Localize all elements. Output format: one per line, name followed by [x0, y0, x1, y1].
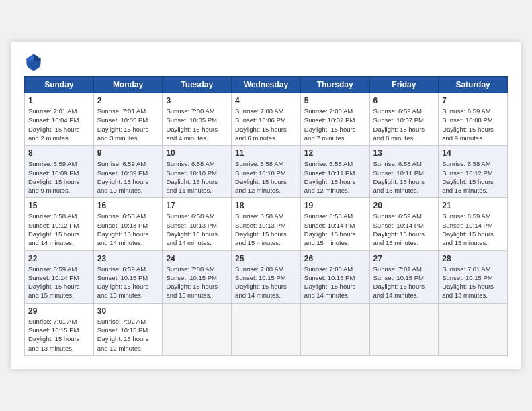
day-number: 23 — [97, 254, 159, 263]
day-number: 10 — [166, 148, 228, 158]
calendar-cell: 12Sunrise: 6:58 AMSunset: 10:11 PMDaylig… — [300, 146, 369, 198]
logo-icon — [24, 52, 43, 71]
col-monday: Monday — [93, 77, 163, 93]
col-sunday: Sunday — [25, 77, 94, 93]
day-number: 30 — [97, 306, 159, 316]
calendar-cell: 17Sunrise: 6:58 AMSunset: 10:13 PMDaylig… — [163, 198, 232, 250]
calendar-cell: 18Sunrise: 6:58 AMSunset: 10:13 PMDaylig… — [232, 198, 301, 250]
calendar-cell: 7Sunrise: 6:59 AMSunset: 10:08 PMDayligh… — [439, 93, 508, 146]
calendar-cell — [232, 303, 301, 355]
calendar-cell: 29Sunrise: 7:01 AMSunset: 10:15 PMDaylig… — [25, 303, 94, 355]
day-info: Sunrise: 6:59 AMSunset: 10:15 PMDaylight… — [97, 265, 159, 300]
col-friday: Friday — [369, 77, 439, 93]
day-info: Sunrise: 6:59 AMSunset: 10:09 PMDaylight… — [97, 159, 159, 195]
day-number: 19 — [304, 201, 366, 210]
day-info: Sunrise: 7:01 AMSunset: 10:05 PMDaylight… — [97, 107, 159, 142]
calendar-cell: 25Sunrise: 7:00 AMSunset: 10:15 PMDaylig… — [232, 250, 301, 303]
day-info: Sunrise: 6:58 AMSunset: 10:14 PMDaylight… — [304, 212, 366, 247]
day-info: Sunrise: 7:01 AMSunset: 10:15 PMDaylight… — [442, 265, 504, 300]
day-info: Sunrise: 6:58 AMSunset: 10:11 PMDaylight… — [304, 159, 366, 195]
day-info: Sunrise: 7:01 AMSunset: 10:15 PMDaylight… — [373, 265, 435, 300]
day-number: 2 — [97, 96, 159, 105]
col-thursday: Thursday — [300, 77, 369, 93]
day-info: Sunrise: 6:58 AMSunset: 10:10 PMDaylight… — [166, 159, 228, 195]
day-number: 25 — [235, 254, 297, 263]
calendar-cell: 21Sunrise: 6:59 AMSunset: 10:14 PMDaylig… — [439, 198, 508, 250]
calendar-cell: 15Sunrise: 6:58 AMSunset: 10:12 PMDaylig… — [25, 198, 94, 250]
day-number: 3 — [166, 96, 228, 105]
header — [24, 52, 508, 71]
calendar-cell: 14Sunrise: 6:58 AMSunset: 10:12 PMDaylig… — [439, 146, 508, 198]
calendar-cell: 27Sunrise: 7:01 AMSunset: 10:15 PMDaylig… — [369, 250, 439, 303]
header-row: Sunday Monday Tuesday Wednesday Thursday… — [25, 77, 508, 93]
day-info: Sunrise: 6:58 AMSunset: 10:13 PMDaylight… — [97, 212, 159, 247]
day-number: 15 — [28, 201, 90, 210]
day-info: Sunrise: 7:00 AMSunset: 10:06 PMDaylight… — [235, 107, 297, 142]
day-info: Sunrise: 7:00 AMSunset: 10:15 PMDaylight… — [166, 265, 228, 300]
col-tuesday: Tuesday — [163, 77, 232, 93]
calendar-cell: 20Sunrise: 6:59 AMSunset: 10:14 PMDaylig… — [369, 198, 439, 250]
day-info: Sunrise: 6:59 AMSunset: 10:09 PMDaylight… — [28, 159, 90, 195]
calendar-cell: 6Sunrise: 6:59 AMSunset: 10:07 PMDayligh… — [369, 93, 439, 146]
calendar-cell: 13Sunrise: 6:58 AMSunset: 10:11 PMDaylig… — [369, 146, 439, 198]
calendar-cell: 26Sunrise: 7:00 AMSunset: 10:15 PMDaylig… — [300, 250, 369, 303]
calendar-cell — [300, 303, 369, 355]
week-row-2: 8Sunrise: 6:59 AMSunset: 10:09 PMDayligh… — [25, 146, 508, 198]
day-info: Sunrise: 7:00 AMSunset: 10:15 PMDaylight… — [304, 265, 366, 300]
day-number: 27 — [373, 254, 435, 263]
week-row-1: 1Sunrise: 7:01 AMSunset: 10:04 PMDayligh… — [25, 93, 508, 146]
day-number: 26 — [304, 254, 366, 263]
day-info: Sunrise: 6:59 AMSunset: 10:14 PMDaylight… — [28, 265, 90, 300]
day-number: 24 — [166, 254, 228, 263]
day-number: 5 — [304, 96, 366, 105]
day-number: 21 — [442, 201, 504, 210]
day-info: Sunrise: 6:58 AMSunset: 10:11 PMDaylight… — [373, 159, 435, 195]
calendar-cell: 11Sunrise: 6:58 AMSunset: 10:10 PMDaylig… — [232, 146, 301, 198]
calendar-cell: 16Sunrise: 6:58 AMSunset: 10:13 PMDaylig… — [93, 198, 163, 250]
day-number: 29 — [28, 306, 90, 316]
day-number: 8 — [28, 148, 90, 158]
week-row-3: 15Sunrise: 6:58 AMSunset: 10:12 PMDaylig… — [25, 198, 508, 250]
week-row-4: 22Sunrise: 6:59 AMSunset: 10:14 PMDaylig… — [25, 250, 508, 303]
day-info: Sunrise: 6:59 AMSunset: 10:07 PMDaylight… — [373, 107, 435, 142]
calendar-cell — [369, 303, 439, 355]
day-info: Sunrise: 7:00 AMSunset: 10:15 PMDaylight… — [235, 265, 297, 300]
day-info: Sunrise: 7:01 AMSunset: 10:04 PMDaylight… — [28, 107, 90, 142]
logo — [24, 52, 46, 71]
col-saturday: Saturday — [439, 77, 508, 93]
calendar-cell: 1Sunrise: 7:01 AMSunset: 10:04 PMDayligh… — [25, 93, 94, 146]
day-number: 17 — [166, 201, 228, 210]
day-number: 16 — [97, 201, 159, 210]
day-number: 7 — [442, 96, 504, 105]
day-info: Sunrise: 7:00 AMSunset: 10:05 PMDaylight… — [166, 107, 228, 142]
day-number: 9 — [97, 148, 159, 158]
day-info: Sunrise: 6:58 AMSunset: 10:13 PMDaylight… — [235, 212, 297, 247]
calendar-cell: 24Sunrise: 7:00 AMSunset: 10:15 PMDaylig… — [163, 250, 232, 303]
calendar-cell: 9Sunrise: 6:59 AMSunset: 10:09 PMDayligh… — [93, 146, 163, 198]
calendar-cell: 22Sunrise: 6:59 AMSunset: 10:14 PMDaylig… — [25, 250, 94, 303]
day-info: Sunrise: 6:58 AMSunset: 10:10 PMDaylight… — [235, 159, 297, 195]
calendar-cell: 8Sunrise: 6:59 AMSunset: 10:09 PMDayligh… — [25, 146, 94, 198]
day-info: Sunrise: 6:59 AMSunset: 10:14 PMDaylight… — [442, 212, 504, 247]
calendar-container: Sunday Monday Tuesday Wednesday Thursday… — [11, 42, 521, 369]
day-info: Sunrise: 6:58 AMSunset: 10:13 PMDaylight… — [166, 212, 228, 247]
day-number: 28 — [442, 254, 504, 263]
col-wednesday: Wednesday — [232, 77, 301, 93]
day-number: 14 — [442, 148, 504, 158]
day-info: Sunrise: 6:59 AMSunset: 10:14 PMDaylight… — [373, 212, 435, 247]
day-number: 6 — [373, 96, 435, 105]
day-info: Sunrise: 6:58 AMSunset: 10:12 PMDaylight… — [28, 212, 90, 247]
week-row-5: 29Sunrise: 7:01 AMSunset: 10:15 PMDaylig… — [25, 303, 508, 355]
calendar-cell: 2Sunrise: 7:01 AMSunset: 10:05 PMDayligh… — [93, 93, 163, 146]
day-number: 22 — [28, 254, 90, 263]
calendar-grid: Sunday Monday Tuesday Wednesday Thursday… — [24, 76, 508, 356]
calendar-cell — [439, 303, 508, 355]
calendar-cell: 28Sunrise: 7:01 AMSunset: 10:15 PMDaylig… — [439, 250, 508, 303]
calendar-cell: 5Sunrise: 7:00 AMSunset: 10:07 PMDayligh… — [300, 93, 369, 146]
calendar-cell: 19Sunrise: 6:58 AMSunset: 10:14 PMDaylig… — [300, 198, 369, 250]
day-number: 18 — [235, 201, 297, 210]
day-info: Sunrise: 7:01 AMSunset: 10:15 PMDaylight… — [28, 317, 90, 353]
day-number: 11 — [235, 148, 297, 158]
day-info: Sunrise: 7:00 AMSunset: 10:07 PMDaylight… — [304, 107, 366, 142]
day-info: Sunrise: 6:59 AMSunset: 10:08 PMDaylight… — [442, 107, 504, 142]
